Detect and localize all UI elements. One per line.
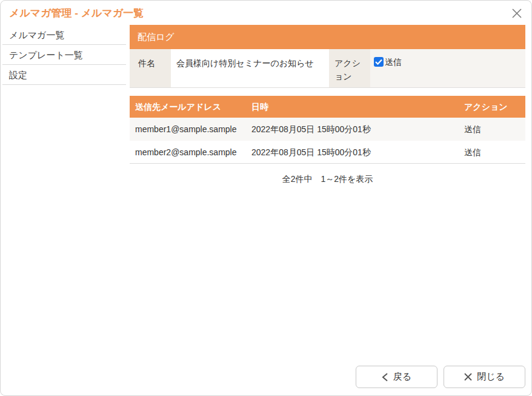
- panel-title: 配信ログ: [130, 25, 525, 49]
- sidebar-item-mailmagazine-list[interactable]: メルマガ一覧: [2, 25, 126, 45]
- table-row: member1@sample.sample 2022年08月05日 15時00分…: [130, 118, 525, 141]
- column-header-email: 送信先メールアドレス: [130, 96, 246, 118]
- send-filter-label: 送信: [385, 56, 402, 67]
- content-panel: 配信ログ 件名 会員様向け特別セミナーのお知らせ アクション 送信: [130, 25, 525, 185]
- close-icon[interactable]: [508, 5, 525, 22]
- subject-label: 件名: [130, 49, 171, 87]
- back-button[interactable]: 戻る: [356, 366, 437, 388]
- close-button[interactable]: 閉じる: [444, 366, 525, 388]
- subject-row: 件名 会員様向け特別セミナーのお知らせ アクション 送信: [130, 49, 525, 88]
- dialog-body: メルマガ一覧 テンプレート一覧 設定 配信ログ 件名 会員様向け特別セミナーのお…: [1, 25, 531, 185]
- cell-datetime: 2022年08月05日 15時00分01秒: [246, 141, 459, 163]
- cell-action: 送信: [459, 118, 525, 141]
- action-filter-cell: 送信: [370, 49, 525, 87]
- page-title: メルマガ管理 - メルマガ一覧: [9, 7, 523, 19]
- back-button-label: 戻る: [393, 371, 411, 383]
- sidebar-item-settings[interactable]: 設定: [2, 65, 126, 85]
- delivery-log-table: 送信先メールアドレス 日時 アクション member1@sample.sampl…: [130, 96, 525, 164]
- column-header-datetime: 日時: [246, 96, 459, 118]
- cell-datetime: 2022年08月05日 15時00分01秒: [246, 118, 459, 141]
- cell-email: member2@sample.sample: [130, 141, 246, 163]
- pagination-summary: 全2件中 1～2件を表示: [130, 174, 525, 185]
- mail-magazine-dialog: メルマガ管理 - メルマガ一覧 メルマガ一覧 テンプレート一覧 設定 配信ログ …: [0, 0, 532, 396]
- sidebar-item-template-list[interactable]: テンプレート一覧: [2, 45, 126, 65]
- dialog-header: メルマガ管理 - メルマガ一覧: [1, 1, 531, 25]
- table-row: member2@sample.sample 2022年08月05日 15時00分…: [130, 141, 525, 164]
- chevron-left-icon: [382, 373, 388, 381]
- check-icon: [375, 59, 382, 65]
- action-label: アクション: [329, 49, 370, 87]
- table-header-row: 送信先メールアドレス 日時 アクション: [130, 96, 525, 118]
- send-filter-checkbox-checked[interactable]: [374, 57, 384, 67]
- close-button-label: 閉じる: [477, 371, 505, 383]
- cell-email: member1@sample.sample: [130, 118, 246, 141]
- x-icon: [464, 373, 472, 381]
- subject-value: 会員様向け特別セミナーのお知らせ: [171, 49, 329, 87]
- cell-action: 送信: [459, 141, 525, 163]
- dialog-footer: 戻る 閉じる: [356, 366, 525, 388]
- column-header-action: アクション: [459, 96, 525, 118]
- sidebar: メルマガ一覧 テンプレート一覧 設定: [1, 25, 130, 85]
